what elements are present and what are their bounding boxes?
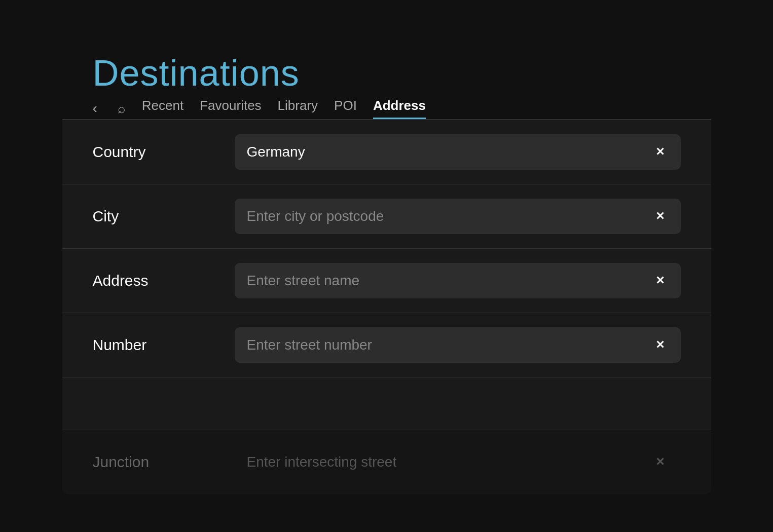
tab-favourites[interactable]: Favourites (200, 98, 261, 119)
junction-clear-button: ✕ (651, 453, 669, 471)
content-area: Country Germany ✕ City Enter city or pos… (62, 120, 711, 430)
city-label: City (93, 208, 235, 225)
back-button[interactable]: ‹ (93, 100, 97, 117)
city-clear-button[interactable]: ✕ (651, 208, 669, 225)
city-row: City Enter city or postcode ✕ (62, 184, 711, 249)
number-row: Number Enter street number ✕ (62, 313, 711, 377)
form-table: Country Germany ✕ City Enter city or pos… (62, 120, 711, 377)
app-container: Destinations ‹ ⌕ Recent Favourites Libra… (62, 38, 711, 494)
nav-bar: ‹ ⌕ Recent Favourites Library POI Addres… (93, 98, 681, 119)
address-placeholder: Enter street name (247, 273, 360, 289)
address-label: Address (93, 272, 235, 289)
country-label: Country (93, 143, 235, 161)
country-row: Country Germany ✕ (62, 120, 711, 184)
tab-address[interactable]: Address (373, 98, 426, 119)
city-input-container[interactable]: Enter city or postcode ✕ (235, 199, 681, 234)
city-placeholder: Enter city or postcode (247, 208, 384, 224)
address-input-container[interactable]: Enter street name ✕ (235, 263, 681, 298)
country-clear-button[interactable]: ✕ (651, 143, 669, 161)
number-clear-button[interactable]: ✕ (651, 336, 669, 354)
country-value: Germany (247, 144, 305, 160)
junction-input-container: Enter intersecting street ✕ (235, 444, 681, 480)
junction-label: Junction (93, 453, 235, 471)
tab-recent[interactable]: Recent (142, 98, 183, 119)
number-placeholder: Enter street number (247, 337, 372, 353)
header: Destinations ‹ ⌕ Recent Favourites Libra… (62, 38, 711, 119)
tab-library[interactable]: Library (278, 98, 318, 119)
junction-placeholder: Enter intersecting street (247, 454, 397, 470)
tab-poi[interactable]: POI (334, 98, 357, 119)
address-clear-button[interactable]: ✕ (651, 272, 669, 289)
junction-row: Junction Enter intersecting street ✕ (62, 430, 711, 494)
number-label: Number (93, 336, 235, 354)
number-input-container[interactable]: Enter street number ✕ (235, 327, 681, 363)
search-icon[interactable]: ⌕ (118, 101, 126, 117)
country-input-container[interactable]: Germany ✕ (235, 134, 681, 170)
address-row: Address Enter street name ✕ (62, 249, 711, 313)
page-title: Destinations (93, 52, 681, 94)
